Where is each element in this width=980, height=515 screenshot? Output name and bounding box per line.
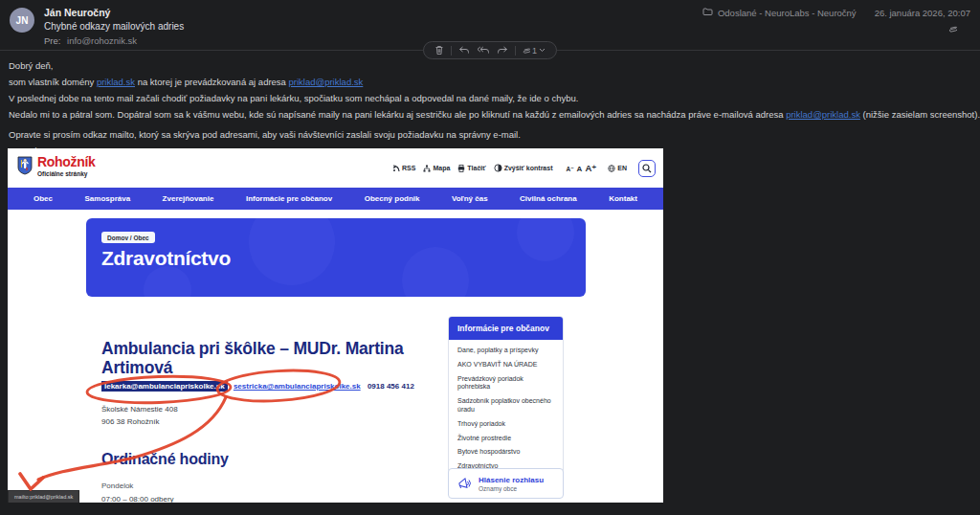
sidebar-item-bytove: Bytové hospodárstvo [449, 445, 563, 459]
reply-button[interactable] [458, 46, 470, 55]
nurse-email-link: sestricka@ambulanciapriskolke.sk [234, 382, 361, 391]
sidebar-info-card: Informácie pre občanov Dane, poplatky a … [448, 316, 564, 480]
body-paragraph-1: som vlastník domény priklad.sk na ktorej… [9, 77, 966, 87]
nav-samosprava[interactable]: Samospráva [85, 194, 131, 203]
chevron-down-icon [539, 48, 546, 53]
breadcrumb: Domov / Obec [101, 232, 155, 243]
attachment-count: 1 [532, 46, 537, 56]
to-value: info@rohoznik.sk [67, 35, 137, 46]
sender-name: Ján Neuročný [44, 7, 184, 18]
folder-path: Odoslané - NeuroLabs - Neuročný [718, 8, 857, 18]
body-paragraph-3: Nedalo mi to a pátral som. Dopátral som … [9, 109, 966, 120]
globe-icon [608, 165, 615, 172]
message-subject: Chybné odkazy mailových adries [44, 21, 184, 32]
message-date: 26. januára 2026, 20:07 [875, 8, 970, 18]
recipient-line: Pre: info@rohoznik.sk [44, 35, 184, 46]
sitemap-icon [423, 165, 431, 172]
address-line-2: 906 38 Rohožník [101, 417, 160, 426]
nav-civilna-ochrana[interactable]: Civilná ochrana [520, 194, 577, 203]
nav-zverejnovanie[interactable]: Zverejňovanie [163, 194, 214, 203]
sidebar-list: Dane, poplatky a príspevky AKO VYBAVIŤ N… [449, 340, 563, 479]
radio-announcements-card: Hlásenie rozhlasu Oznamy obce [448, 468, 564, 499]
toolbar-separator [451, 46, 452, 56]
print-link[interactable]: Tlačiť [457, 165, 485, 172]
nav-kontakt[interactable]: Kontakt [609, 194, 637, 203]
avatar: JN [10, 8, 34, 33]
sidebar-item-sadzobnik: Sadzobník poplatkov obecného úradu [449, 394, 563, 416]
mail-app: JN Ján Neuročný Chybné odkazy mailových … [0, 0, 980, 515]
page-hero: Domov / Obec Zdravotníctvo [86, 218, 586, 297]
megaphone-icon [457, 478, 472, 490]
sidebar-item-dane: Dane, poplatky a príspevky [449, 344, 563, 358]
contact-row: lekarka@ambulanciapriskolke.sk sestricka… [101, 382, 414, 391]
sidebar-item-ako-vybavit: AKO VYBAVIŤ NA ÚRADE [449, 358, 563, 372]
toolbar-separator [515, 46, 516, 56]
font-increase-button[interactable]: A⁺ [585, 163, 596, 173]
sidebar-item-zivotne: Životné prostredie [449, 431, 563, 445]
reply-all-button[interactable] [477, 46, 490, 55]
font-normal-button[interactable]: A [577, 165, 583, 173]
body-greeting: Dobrý deň, [9, 60, 966, 71]
sidebar-item-pohrebisko: Prevádzkový poriadok pohrebiska [449, 372, 563, 394]
nav-informacie[interactable]: Informácie pre občanov [246, 194, 332, 203]
message-meta: Odoslané - NeuroLabs - Neuročný 26. janu… [702, 7, 970, 36]
search-icon [642, 164, 652, 173]
address-line-1: Školské Námestie 408 [101, 405, 178, 414]
to-label: Pre: [44, 35, 60, 46]
coat-of-arms-icon [17, 156, 33, 175]
body-paragraph-2: V poslednej dobe na tento mail začali ch… [9, 93, 966, 103]
site-header: Rohožník Oficiálne stránky RSS Mapa Tlač… [8, 148, 663, 188]
radio-subtitle: Oznamy obce [479, 485, 544, 492]
sidebar-item-trhovy: Trhový poriadok [449, 417, 563, 432]
rss-link[interactable]: RSS [392, 165, 415, 172]
hours-title: Ordinačné hodiny [101, 451, 229, 468]
paperclip-icon [948, 24, 957, 36]
delete-button[interactable] [434, 45, 444, 56]
site-tagline: Oficiálne stránky [37, 170, 96, 177]
site-logo: Rohožník Oficiálne stránky [17, 154, 96, 177]
nav-volny-cas[interactable]: Voľný čas [452, 194, 488, 203]
site-nav: Obec Samospráva Zverejňovanie Informácie… [8, 188, 663, 210]
sitemap-link[interactable]: Mapa [423, 165, 450, 172]
site-name: Rohožník [37, 154, 96, 169]
radio-title: Hlásenie rozhlasu [479, 476, 544, 484]
page-title: Zdravotníctvo [101, 247, 231, 270]
doctor-email-link: lekarka@ambulanciapriskolke.sk [101, 381, 228, 392]
body-paragraph-4: Opravte si prosím odkaz mailto, ktorý sa… [9, 129, 966, 140]
message-toolbar: 1 [423, 41, 557, 59]
forward-button[interactable] [497, 46, 508, 55]
search-button[interactable] [638, 160, 656, 177]
language-switch[interactable]: EN [608, 165, 627, 172]
rss-icon [392, 165, 400, 172]
article-title: Ambulancia pri škôlke – MUDr. Martina Ar… [101, 339, 456, 377]
contrast-icon [494, 164, 502, 172]
sidebar-title: Informácie pre občanov [449, 317, 563, 340]
contrast-toggle[interactable]: Zvýšiť kontrast [494, 164, 553, 172]
link-priklad-sk[interactable]: priklad.sk [97, 77, 135, 87]
header-utilities: RSS Mapa Tlačiť Zvýšiť kontrast A⁻ A [392, 148, 656, 188]
embedded-screenshot[interactable]: Rohožník Oficiálne stránky RSS Mapa Tlač… [8, 148, 663, 503]
nav-obec[interactable]: Obec [33, 194, 53, 203]
phone-number: 0918 456 412 [368, 382, 414, 391]
font-size-controls: A⁻ A A⁺ [566, 163, 596, 173]
nav-obecny-podnik[interactable]: Obecný podnik [365, 194, 420, 203]
hours-day: Pondelok [101, 481, 133, 490]
link-priklad-email[interactable]: priklad@priklad.sk [786, 109, 860, 120]
font-decrease-button[interactable]: A⁻ [566, 166, 573, 173]
status-bar-tooltip: mailto:priklad@priklad.sk [8, 490, 79, 503]
link-priklad-email[interactable]: priklad@priklad.sk [289, 77, 364, 87]
attachments-button[interactable]: 1 [523, 46, 546, 56]
hours-time: 07:00 – 08:00 odbery [101, 495, 174, 503]
sender-block: Ján Neuročný Chybné odkazy mailových adr… [44, 7, 184, 46]
printer-icon [457, 165, 465, 172]
folder-icon [702, 7, 713, 18]
